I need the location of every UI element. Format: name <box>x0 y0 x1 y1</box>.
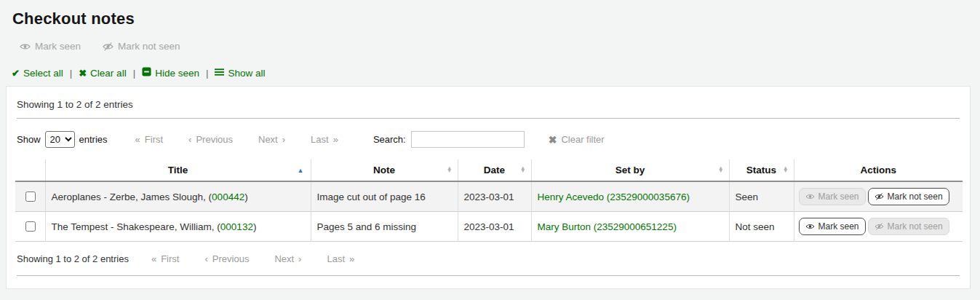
separator: | <box>133 68 136 79</box>
table-header-row: Title ▲ Note ▲▼ Date ▲▼ Set by ▲▼ <box>15 159 963 181</box>
search-label: Search: <box>373 134 406 145</box>
eye-icon <box>805 193 815 200</box>
chevron-left-icon: ‹ <box>204 253 207 264</box>
search-input[interactable] <box>411 131 525 148</box>
header-date[interactable]: Date ▲▼ <box>458 159 531 181</box>
search-area: Search: <box>373 131 525 148</box>
mark-not-seen-button[interactable]: Mark not seen <box>868 188 949 205</box>
chevron-left-icon: ‹ <box>188 134 191 145</box>
status-cell: Seen <box>729 181 794 212</box>
bulk-mark-not-seen-button[interactable]: Mark not seen <box>103 41 180 52</box>
title-cell: The Tempest - Shakespeare, William, (000… <box>45 212 311 242</box>
mark-not-seen-button[interactable]: Mark not seen <box>868 218 949 235</box>
date-cell: 2023-03-01 <box>458 181 531 212</box>
checkout-notes-page: Checkout notes Mark seen Mark not seen ✔… <box>0 0 980 300</box>
table-footer-controls: Showing 1 to 2 of 2 entries «First ‹Prev… <box>17 253 960 264</box>
chevron-right-icon: › <box>298 253 301 264</box>
status-cell: Not seen <box>729 212 794 242</box>
set-by-cell: Mary Burton (23529000651225) <box>531 212 729 242</box>
row-checkbox[interactable] <box>25 192 36 202</box>
entries-label: entries <box>79 134 108 145</box>
eye-icon <box>20 42 31 51</box>
pagination-next-button[interactable]: Next› <box>258 134 285 145</box>
list-icon <box>215 68 224 79</box>
eye-slash-icon <box>875 193 884 200</box>
title-cell: Aeroplanes - Zerbe, James Slough, (00044… <box>45 181 311 212</box>
eye-icon <box>805 223 815 230</box>
show-label: Show <box>17 134 41 145</box>
bulk-mark-seen-label: Mark seen <box>35 41 81 52</box>
chevron-double-left-icon: « <box>151 253 156 264</box>
separator: | <box>70 68 73 79</box>
pagination-next-button[interactable]: Next› <box>274 253 301 264</box>
pagination-previous-button[interactable]: ‹Previous <box>188 134 233 145</box>
clear-filter-button[interactable]: ✖ Clear filter <box>549 134 605 145</box>
sort-ascending-icon: ▲ <box>298 167 304 173</box>
date-cell: 2023-03-01 <box>458 212 531 242</box>
eye-slash-icon <box>103 42 113 51</box>
pagination-last-button[interactable]: Last» <box>311 134 338 145</box>
separator: | <box>206 68 209 79</box>
header-checkbox-column <box>15 159 45 181</box>
table-panel: Showing 1 to 2 of 2 entries Show 20 entr… <box>6 86 971 289</box>
clear-all-link[interactable]: ✖ Clear all <box>79 68 126 79</box>
check-icon: ✔ <box>12 68 20 78</box>
patron-link[interactable]: Henry Acevedo (23529000035676) <box>538 192 690 202</box>
table-row: Aeroplanes - Zerbe, James Slough, (00044… <box>15 181 963 212</box>
chevron-double-left-icon: « <box>135 134 140 145</box>
chevron-right-icon: › <box>282 134 285 145</box>
pagination-bottom: «First ‹Previous Next› Last» <box>151 253 354 264</box>
patron-link[interactable]: Mary Burton (23529000651225) <box>538 221 677 232</box>
actions-cell: Mark seen Mark not seen <box>794 181 963 212</box>
pagination-first-button[interactable]: «First <box>151 253 180 264</box>
sort-icon: ▲▼ <box>447 167 452 173</box>
bulk-actions-toolbar: Mark seen Mark not seen <box>20 41 980 52</box>
pagination-previous-button[interactable]: ‹Previous <box>204 253 249 264</box>
header-status[interactable]: Status ▲▼ <box>729 159 794 181</box>
showing-entries-top: Showing 1 to 2 of 2 entries <box>17 99 961 110</box>
bulk-mark-not-seen-label: Mark not seen <box>118 41 180 52</box>
page-length-select[interactable]: 20 <box>45 131 75 148</box>
header-note[interactable]: Note ▲▼ <box>311 159 458 181</box>
pagination-first-button[interactable]: «First <box>135 134 164 145</box>
bulk-mark-seen-button[interactable]: Mark seen <box>20 41 81 52</box>
pagination-top: «First ‹Previous Next› Last» <box>135 134 338 145</box>
square-minus-icon <box>142 67 151 79</box>
row-checkbox[interactable] <box>25 221 36 232</box>
sort-icon: ▲▼ <box>783 167 788 173</box>
table-row: The Tempest - Shakespeare, William, (000… <box>15 212 963 242</box>
x-icon: ✖ <box>79 68 87 78</box>
sort-icon: ▲▼ <box>520 167 525 173</box>
page-title: Checkout notes <box>0 0 980 28</box>
sort-icon: ▲▼ <box>718 167 723 173</box>
divider <box>17 118 960 119</box>
pagination-last-button[interactable]: Last» <box>327 253 354 264</box>
actions-cell: Mark seen Mark not seen <box>794 212 963 242</box>
selection-links: ✔ Select all | ✖ Clear all | Hide seen |… <box>12 67 980 79</box>
header-actions: Actions <box>794 159 963 181</box>
eye-slash-icon <box>875 223 884 230</box>
set-by-cell: Henry Acevedo (23529000035676) <box>531 181 729 212</box>
divider <box>17 275 960 276</box>
note-cell: Pages 5 and 6 missing <box>311 212 458 242</box>
hide-seen-link[interactable]: Hide seen <box>142 67 199 79</box>
table-controls: Show 20 entries «First ‹Previous Next› L… <box>17 131 960 148</box>
select-all-link[interactable]: ✔ Select all <box>12 68 63 79</box>
mark-seen-button[interactable]: Mark seen <box>799 188 866 205</box>
chevron-double-right-icon: » <box>333 134 338 145</box>
mark-seen-button[interactable]: Mark seen <box>799 218 866 235</box>
barcode-link[interactable]: 000442 <box>212 192 244 202</box>
show-all-link[interactable]: Show all <box>215 68 265 79</box>
header-set-by[interactable]: Set by ▲▼ <box>531 159 729 181</box>
note-cell: Image cut out of page 16 <box>311 181 458 212</box>
checkout-notes-table: Title ▲ Note ▲▼ Date ▲▼ Set by ▲▼ <box>15 159 963 242</box>
barcode-link[interactable]: 000132 <box>220 221 253 232</box>
x-icon: ✖ <box>549 135 557 145</box>
chevron-double-right-icon: » <box>349 253 354 264</box>
header-title[interactable]: Title ▲ <box>45 159 311 181</box>
showing-entries-bottom: Showing 1 to 2 of 2 entries <box>17 253 129 264</box>
